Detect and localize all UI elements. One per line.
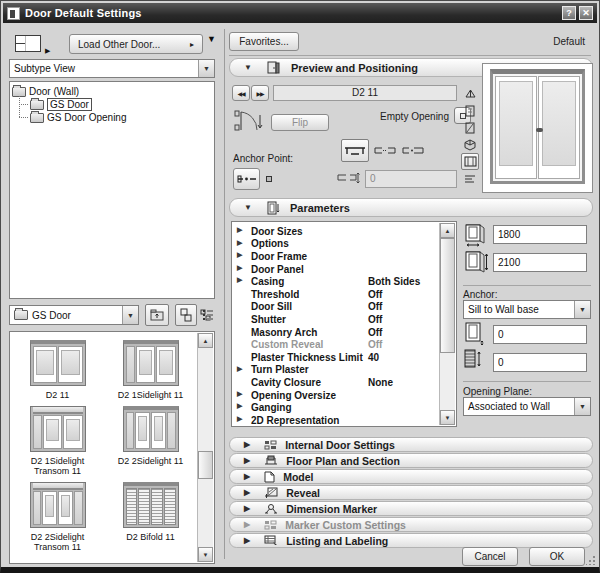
- expand-icon[interactable]: ▶: [237, 276, 242, 284]
- param-row[interactable]: ThresholdOff: [234, 288, 438, 301]
- parameters-list[interactable]: ▶Door Sizes ▶Options ▶Door Frame ▶Door P…: [231, 221, 457, 427]
- anchor-point-button[interactable]: [233, 168, 260, 190]
- collapse-left-panel-button[interactable]: ▼: [207, 34, 216, 44]
- folder-select[interactable]: GS Door ▼: [9, 305, 139, 325]
- expand-icon[interactable]: ▶: [237, 365, 242, 373]
- chevron-down-icon[interactable]: ▼: [122, 306, 138, 324]
- height-field[interactable]: [493, 253, 587, 272]
- anchor-mode-side1-button[interactable]: [371, 139, 399, 162]
- header-height-field[interactable]: [493, 353, 587, 372]
- expand-icon[interactable]: ▶: [237, 402, 242, 410]
- expand-triangle-icon[interactable]: ▶: [244, 536, 250, 545]
- floor-plan-view-button[interactable]: [461, 102, 479, 119]
- section-parameters[interactable]: ▼ Parameters: [229, 198, 593, 217]
- collapse-triangle-icon[interactable]: ▼: [244, 63, 252, 72]
- close-button[interactable]: ✕: [579, 6, 593, 20]
- chevron-down-icon[interactable]: ▼: [198, 60, 214, 77]
- load-other-door-button[interactable]: Load Other Door... ▸: [69, 34, 203, 54]
- ok-button[interactable]: OK: [529, 547, 585, 566]
- scroll-down-button[interactable]: ▼: [198, 547, 213, 562]
- param-row[interactable]: ▶Options: [234, 238, 438, 251]
- param-row[interactable]: ▶Door Frame: [234, 250, 438, 263]
- subtype-view-select[interactable]: Subtype View ▼: [9, 59, 215, 78]
- axonometry-view-button[interactable]: [461, 85, 479, 102]
- door-thumbnail[interactable]: D2 2Sidelight 11: [104, 406, 197, 476]
- resize-grip[interactable]: [586, 555, 596, 565]
- param-row[interactable]: ▶2D Representation: [234, 414, 438, 427]
- expand-triangle-icon[interactable]: ▶: [244, 440, 250, 449]
- scroll-down-button[interactable]: ▼: [440, 410, 455, 425]
- param-row[interactable]: ▶Opening Oversize: [234, 389, 438, 402]
- expand-icon[interactable]: ▶: [237, 415, 242, 423]
- cancel-button[interactable]: Cancel: [462, 547, 518, 566]
- section-dimension-marker[interactable]: ▶ Dimension Marker: [229, 501, 593, 516]
- view-list-button[interactable]: [200, 304, 215, 326]
- opening-plane-select[interactable]: Associated to Wall ▼: [463, 397, 591, 416]
- param-row[interactable]: Plaster Thickness Limit40: [234, 351, 438, 364]
- chevron-down-icon[interactable]: ▼: [574, 398, 590, 415]
- elevation-view-button[interactable]: [461, 153, 479, 170]
- chevron-down-icon[interactable]: ▼: [574, 301, 590, 318]
- parameters-scrollbar[interactable]: ▲ ▼: [439, 223, 455, 425]
- param-row[interactable]: ▶Door Sizes: [234, 225, 438, 238]
- expand-icon[interactable]: ▶: [237, 390, 242, 398]
- expand-triangle-icon[interactable]: ▶: [244, 472, 250, 481]
- expand-triangle-icon[interactable]: ▶: [244, 504, 250, 513]
- tree-item-root[interactable]: Door (Wall): [12, 85, 212, 98]
- door-thumbnail-list[interactable]: D2 11 D2 1Sidelight 11 D2 1Sidelight Tra…: [9, 331, 215, 564]
- section-model[interactable]: ▶ Model: [229, 469, 593, 484]
- expand-icon[interactable]: ▶: [237, 226, 242, 234]
- next-door-button[interactable]: ▶▶: [251, 85, 269, 101]
- previous-door-button[interactable]: ◀◀: [232, 85, 250, 101]
- param-row[interactable]: ▶Door Panel: [234, 263, 438, 276]
- anchor-secondary-icon[interactable]: [266, 176, 272, 182]
- collapse-triangle-icon[interactable]: ▼: [244, 203, 252, 212]
- subtype-tree[interactable]: Door (Wall) GS Door GS Door Opening: [9, 81, 215, 299]
- expand-triangle-icon[interactable]: ▶: [244, 488, 250, 497]
- tree-item-gs-door[interactable]: GS Door: [19, 98, 212, 111]
- view-large-icons-button[interactable]: [175, 304, 197, 326]
- param-row[interactable]: Cavity ClosureNone: [234, 376, 438, 389]
- preview-notes-button[interactable]: [461, 170, 479, 187]
- section-reveal[interactable]: ▶ Reveal: [229, 485, 593, 500]
- param-row[interactable]: ▶Turn Plaster: [234, 364, 438, 377]
- door-thumbnail[interactable]: D2 Bifold 11: [104, 482, 197, 552]
- param-row[interactable]: Masonry ArchOff: [234, 326, 438, 339]
- door-thumbnail[interactable]: D2 2Sidelight Transom 11: [11, 482, 104, 552]
- flip-button[interactable]: Flip: [271, 114, 329, 131]
- anchor-mode-center-button[interactable]: [341, 139, 369, 162]
- scroll-up-button[interactable]: ▲: [440, 223, 455, 238]
- expand-triangle-icon[interactable]: ▶: [244, 456, 250, 465]
- up-one-level-button[interactable]: [145, 304, 169, 326]
- door-thumbnail[interactable]: D2 11: [11, 340, 104, 400]
- tree-item-gs-door-opening[interactable]: GS Door Opening: [19, 111, 212, 124]
- section-view-button[interactable]: [461, 119, 479, 136]
- title-bar[interactable]: Door Default Settings ? ✕: [3, 3, 597, 23]
- door-thumbnail[interactable]: D2 1Sidelight 11: [104, 340, 197, 400]
- param-row[interactable]: ShutterOff: [234, 313, 438, 326]
- expand-icon[interactable]: ▶: [237, 264, 242, 272]
- expand-icon[interactable]: ▶: [237, 251, 242, 259]
- floor-plan-icon: [264, 455, 278, 466]
- pane-layout-arrow-icon[interactable]: ▶: [45, 47, 50, 55]
- param-row[interactable]: ▶CasingBoth Sides: [234, 275, 438, 288]
- anchor-mode-side2-button[interactable]: [399, 139, 427, 162]
- scroll-up-button[interactable]: ▲: [198, 333, 213, 348]
- expand-icon[interactable]: ▶: [237, 239, 242, 247]
- param-row[interactable]: Door SillOff: [234, 301, 438, 314]
- 3d-view-button[interactable]: [461, 136, 479, 153]
- sill-height-field[interactable]: [493, 325, 587, 344]
- scroll-thumb[interactable]: [198, 451, 213, 479]
- param-row[interactable]: ▶Ganging: [234, 401, 438, 414]
- width-field[interactable]: [493, 225, 587, 244]
- anchor-select[interactable]: Sill to Wall base ▼: [463, 300, 591, 319]
- help-button[interactable]: ?: [562, 6, 576, 20]
- favorites-button[interactable]: Favorites...: [229, 32, 299, 51]
- thumbnail-scrollbar[interactable]: ▲ ▼: [197, 333, 213, 562]
- section-internal-door-settings[interactable]: ▶ Internal Door Settings: [229, 437, 593, 452]
- door-thumbnail[interactable]: D2 1Sidelight Transom 11: [11, 406, 104, 476]
- scroll-thumb[interactable]: [440, 238, 455, 353]
- section-floor-plan-and-section[interactable]: ▶ Floor Plan and Section: [229, 453, 593, 468]
- pane-layout-icon[interactable]: [15, 35, 41, 52]
- section-listing-and-labeling[interactable]: ▶ Listing and Labeling: [229, 533, 593, 548]
